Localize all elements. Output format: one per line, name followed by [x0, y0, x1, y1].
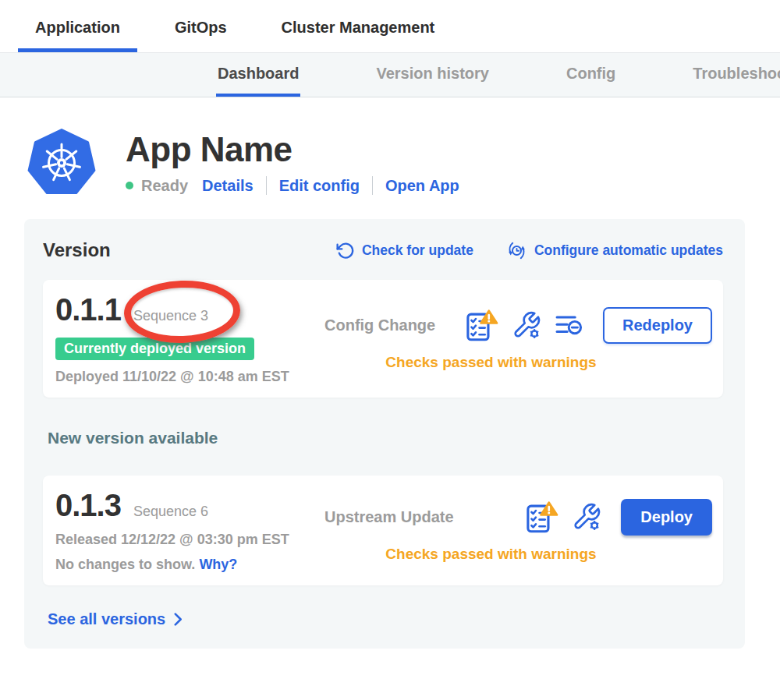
current-version-info: 0.1.1 Sequence 3 Currently deployed vers… [55, 292, 324, 385]
current-version-number: 0.1.1 [55, 292, 121, 327]
divider [372, 176, 373, 195]
chevron-right-icon [174, 613, 183, 626]
status-badge: Ready [141, 177, 188, 195]
preflight-warning-text: Checks passed with warnings [324, 354, 712, 371]
available-version-number: 0.1.3 [55, 488, 121, 523]
deployed-timestamp: Deployed 11/10/22 @ 10:48 am EST [55, 369, 324, 385]
released-timestamp: Released 12/12/22 @ 03:30 pm EST [55, 532, 324, 548]
no-changes-line: No changes to show. Why? [55, 557, 324, 573]
version-panel: Version Check for update Configure autom… [24, 219, 745, 649]
available-version-actions: Upstream Update [324, 488, 712, 573]
wrench-gear-icon[interactable] [512, 310, 541, 340]
configure-automatic-updates-link[interactable]: Configure automatic updates [506, 240, 723, 261]
sub-nav: Dashboard Version history Config Trouble… [0, 52, 780, 97]
release-action-icons [464, 309, 583, 341]
current-version-card: 0.1.1 Sequence 3 Currently deployed vers… [43, 280, 723, 398]
divider [266, 176, 267, 195]
no-changes-text: No changes to show. [55, 557, 195, 572]
redeploy-button[interactable]: Redeploy [603, 307, 712, 344]
check-for-update-link[interactable]: Check for update [335, 241, 473, 260]
edit-config-link[interactable]: Edit config [279, 177, 360, 195]
version-heading: Version [43, 239, 111, 261]
configure-automatic-updates-label: Configure automatic updates [534, 242, 723, 259]
tab-gitops[interactable]: GitOps [158, 19, 244, 52]
available-version-info: 0.1.3 Sequence 6 Released 12/12/22 @ 03:… [55, 488, 324, 573]
file-diff-icon[interactable] [555, 312, 583, 338]
current-version-actions: Config Change [324, 292, 712, 385]
refresh-icon [335, 241, 355, 260]
preflight-checklist-icon[interactable] [524, 500, 558, 533]
kubernetes-logo-icon [27, 129, 96, 197]
tab-application[interactable]: Application [18, 19, 137, 52]
current-version-sequence: Sequence 3 [133, 308, 208, 324]
check-for-update-label: Check for update [362, 242, 473, 259]
currently-deployed-badge: Currently deployed version [55, 338, 254, 360]
status-dot-icon [126, 182, 133, 189]
available-version-sequence: Sequence 6 [133, 504, 208, 520]
tab-cluster-management[interactable]: Cluster Management [264, 19, 452, 52]
page-title: App Name [126, 131, 459, 168]
tab-troubleshoot[interactable]: Troubleshoot [691, 53, 780, 97]
see-all-versions-label: See all versions [48, 610, 165, 628]
details-link[interactable]: Details [202, 177, 254, 195]
app-header: App Name Ready Details Edit config Open … [0, 97, 780, 197]
open-app-link[interactable]: Open App [385, 177, 459, 195]
why-link[interactable]: Why? [199, 557, 237, 572]
tab-version-history[interactable]: Version history [374, 53, 491, 97]
tab-config[interactable]: Config [565, 53, 617, 97]
release-action-icons [524, 500, 601, 533]
tab-dashboard[interactable]: Dashboard [216, 53, 300, 97]
available-version-card: 0.1.3 Sequence 6 Released 12/12/22 @ 03:… [43, 476, 723, 585]
sync-clock-icon [506, 240, 527, 261]
release-source-label: Upstream Update [324, 508, 454, 526]
version-panel-header: Version Check for update Configure autom… [43, 239, 723, 261]
new-version-heading: New version available [48, 429, 723, 447]
deploy-button[interactable]: Deploy [621, 499, 712, 536]
release-source-label: Config Change [324, 316, 435, 334]
top-nav: Application GitOps Cluster Management [0, 0, 780, 52]
preflight-warning-text: Checks passed with warnings [324, 546, 712, 563]
preflight-checklist-icon[interactable] [464, 309, 498, 341]
wrench-gear-icon[interactable] [572, 502, 601, 532]
app-status-row: Ready Details Edit config Open App [126, 176, 459, 195]
see-all-versions-link[interactable]: See all versions [48, 610, 183, 628]
